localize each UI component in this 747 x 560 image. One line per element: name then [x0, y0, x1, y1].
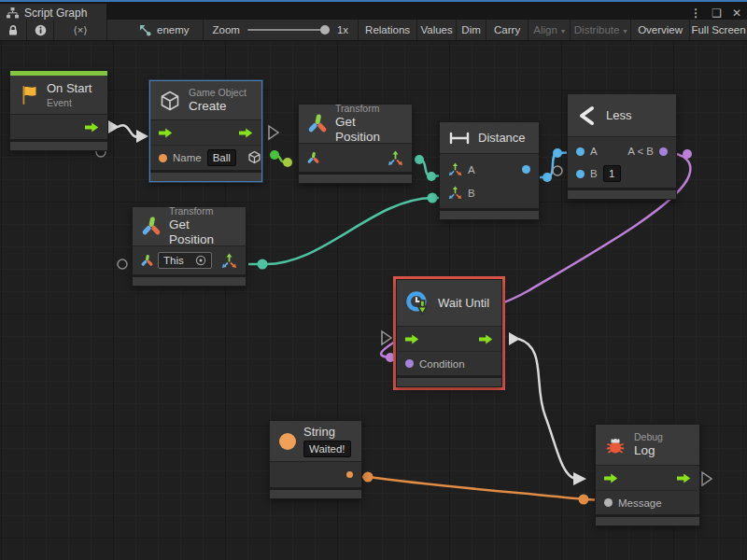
unconnected-flow-triangle[interactable]: [269, 126, 278, 139]
chevron-down-icon: ▾: [623, 27, 627, 35]
vector3-out-port[interactable]: [388, 150, 403, 166]
transform-in-port[interactable]: [307, 152, 319, 163]
transform-icon: [141, 217, 162, 237]
string-type-icon: [278, 432, 297, 451]
string-out-port[interactable]: [346, 471, 353, 478]
node-footer: [397, 375, 501, 386]
flow-out-port[interactable]: [677, 473, 691, 483]
condition-in-port[interactable]: [405, 359, 414, 368]
flow-out-port[interactable]: [239, 128, 253, 138]
vector3-out-port[interactable]: [221, 253, 237, 269]
name-input-port[interactable]: [159, 154, 167, 162]
node-title: Log: [634, 443, 663, 458]
close-icon[interactable]: ✕: [732, 7, 741, 19]
lock-icon: [7, 24, 19, 36]
flow-in-port[interactable]: [159, 128, 173, 138]
gameobject-out-port[interactable]: [247, 150, 261, 165]
unconnected-flow-triangle[interactable]: [382, 331, 391, 344]
node-title: Get Position: [335, 115, 402, 145]
graph-canvas[interactable]: On Start Event Game Object Create: [0, 41, 747, 560]
node-string[interactable]: String Waited!: [269, 420, 362, 499]
unconnected-flow-triangle[interactable]: [702, 472, 712, 485]
node-less[interactable]: Less A A < B B 1: [567, 93, 677, 200]
less-a-in-port[interactable]: [576, 147, 585, 156]
unconnected-port-circle[interactable]: [553, 166, 562, 175]
chevron-down-icon: ▾: [561, 27, 565, 35]
wire-flow-onstart-create[interactable]: [108, 120, 148, 143]
cube-icon: [159, 90, 181, 112]
node-title: String: [303, 425, 351, 440]
lock-button[interactable]: [0, 20, 27, 40]
wire-flow-waituntil-debuglog[interactable]: [509, 332, 586, 485]
node-category: Transform: [335, 103, 402, 115]
wait-clock-icon: [405, 290, 430, 315]
node-footer: [270, 487, 361, 498]
align-button[interactable]: Align ▾: [529, 20, 571, 40]
node-category: Game Object: [189, 87, 247, 99]
zoom-slider[interactable]: [247, 29, 330, 31]
tab-title: Script Graph: [24, 7, 87, 20]
port-label: Name: [173, 152, 202, 163]
port-label: B: [590, 168, 598, 179]
port-label: Condition: [419, 358, 465, 370]
graph-breadcrumb[interactable]: enemy: [130, 20, 203, 40]
carry-button[interactable]: Carry: [486, 20, 529, 40]
info-button[interactable]: [27, 20, 54, 40]
overview-button[interactable]: Overview: [631, 20, 690, 40]
node-title: Wait Until: [438, 296, 489, 310]
values-button[interactable]: Values: [417, 20, 457, 40]
port-label: B: [468, 188, 475, 199]
object-picker-icon[interactable]: [195, 255, 206, 266]
bug-icon: [604, 434, 627, 456]
message-in-port[interactable]: [604, 498, 613, 507]
flow-out-port[interactable]: [479, 334, 493, 344]
wire-string-debuglog[interactable]: [347, 472, 607, 505]
node-get-position-top[interactable]: Transform Get Position: [298, 104, 413, 184]
less-out-port[interactable]: [659, 147, 668, 156]
vector3-in-port[interactable]: [448, 186, 462, 200]
vector3-in-port[interactable]: [448, 162, 462, 176]
code-preview-button[interactable]: ⟨×⟩: [54, 20, 107, 40]
zoom-label: Zoom: [213, 24, 240, 35]
node-footer: [150, 170, 261, 181]
dim-button[interactable]: Dim: [457, 20, 486, 40]
title-bar: Script Graph ⋮ ❑ ✕: [0, 0, 747, 20]
string-value-field[interactable]: Waited!: [303, 441, 351, 457]
node-create[interactable]: Game Object Create Name Ball: [149, 80, 262, 182]
relations-button[interactable]: Relations: [359, 20, 417, 40]
zoom-value: 1x: [337, 24, 348, 35]
node-get-position-bottom[interactable]: Transform Get Position This: [132, 206, 247, 287]
info-icon: [35, 24, 47, 36]
name-field[interactable]: Ball: [207, 149, 236, 166]
maximize-icon[interactable]: ❑: [712, 7, 722, 19]
window-menu-icon[interactable]: ⋮: [690, 7, 701, 19]
unconnected-port-circle[interactable]: [118, 259, 127, 269]
node-title: Less: [606, 108, 631, 122]
node-on-start[interactable]: On Start Event: [9, 70, 108, 151]
node-distance[interactable]: Distance A: [439, 121, 540, 220]
flow-in-port[interactable]: [405, 334, 419, 344]
target-object-field[interactable]: This: [158, 252, 212, 269]
node-subtitle: Event: [47, 97, 92, 109]
node-wait-until[interactable]: Wait Until Condition: [396, 279, 502, 387]
graph-toolbar: ⟨×⟩ enemy Zoom 1x Relations Values Dim C…: [0, 20, 747, 41]
b-value-field[interactable]: 1: [603, 165, 621, 182]
wire-gameobject-getposition[interactable]: [270, 150, 292, 167]
node-title: On Start: [47, 81, 92, 96]
transform-in-port[interactable]: [141, 255, 153, 266]
zoom-slider-handle[interactable]: [320, 25, 330, 35]
output-label: A < B: [627, 146, 654, 157]
graph-hierarchy-icon: [7, 7, 19, 19]
wire-getposition-distance-b[interactable]: [248, 193, 444, 270]
flow-in-port[interactable]: [604, 473, 618, 483]
flow-out-port[interactable]: [85, 122, 99, 133]
node-category: Debug: [634, 431, 663, 443]
node-footer: [10, 139, 107, 150]
distance-out-port[interactable]: [522, 165, 530, 174]
wait-until-highlight-frame: Wait Until Condition: [393, 276, 505, 390]
node-debug-log[interactable]: Debug Log Message: [595, 424, 700, 526]
less-b-in-port[interactable]: [576, 170, 585, 178]
distribute-button[interactable]: Distribute ▾: [571, 20, 631, 40]
port-label: Message: [618, 497, 662, 509]
full-screen-button[interactable]: Full Screen: [690, 20, 747, 40]
